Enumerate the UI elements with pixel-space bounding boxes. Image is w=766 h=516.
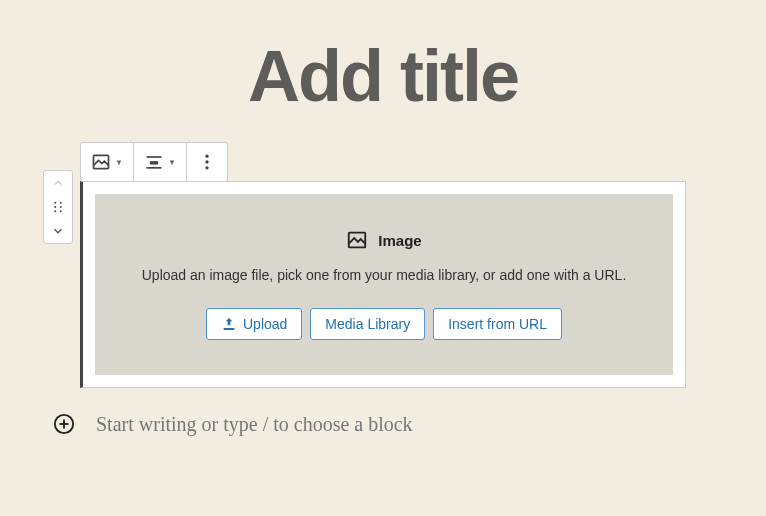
insert-url-button-label: Insert from URL	[448, 316, 547, 332]
svg-point-1	[60, 202, 62, 204]
block-toolbar: ▼ ▼	[80, 142, 228, 182]
post-title-input[interactable]: Add title	[80, 35, 686, 117]
svg-point-11	[205, 160, 208, 163]
placeholder-description: Upload an image file, pick one from your…	[125, 267, 643, 283]
svg-point-5	[60, 210, 62, 212]
align-button[interactable]: ▼	[134, 143, 187, 181]
svg-point-2	[54, 206, 56, 208]
svg-point-4	[54, 210, 56, 212]
image-block-wrapper: ▼ ▼ Image Upload an image file, pick one…	[80, 142, 686, 388]
move-up-button[interactable]	[44, 171, 72, 195]
drag-handle[interactable]	[44, 195, 72, 219]
chevron-down-icon	[51, 224, 65, 238]
move-down-button[interactable]	[44, 219, 72, 243]
media-library-button[interactable]: Media Library	[310, 308, 425, 340]
image-icon	[346, 229, 368, 251]
block-appender: Start writing or type / to choose a bloc…	[50, 410, 686, 438]
media-library-button-label: Media Library	[325, 316, 410, 332]
more-options-button[interactable]	[187, 143, 227, 181]
upload-button[interactable]: Upload	[206, 308, 302, 340]
svg-rect-8	[150, 161, 158, 164]
svg-point-12	[205, 166, 208, 169]
image-icon	[91, 152, 111, 172]
insert-url-button[interactable]: Insert from URL	[433, 308, 562, 340]
align-center-icon	[144, 152, 164, 172]
image-block[interactable]: Image Upload an image file, pick one fro…	[80, 181, 686, 388]
svg-rect-9	[146, 167, 161, 169]
block-movers	[43, 170, 73, 244]
upload-button-label: Upload	[243, 316, 287, 332]
upload-icon	[221, 316, 237, 332]
appender-prompt[interactable]: Start writing or type / to choose a bloc…	[96, 413, 413, 436]
title-area: Add title	[80, 20, 686, 142]
image-placeholder: Image Upload an image file, pick one fro…	[95, 194, 673, 375]
svg-rect-7	[146, 156, 161, 158]
block-type-button[interactable]: ▼	[81, 143, 134, 181]
add-block-button[interactable]	[50, 410, 78, 438]
more-vertical-icon	[197, 152, 217, 172]
placeholder-title: Image	[378, 232, 421, 249]
svg-point-10	[205, 155, 208, 158]
chevron-up-icon	[51, 176, 65, 190]
caret-down-icon: ▼	[115, 158, 123, 167]
caret-down-icon: ▼	[168, 158, 176, 167]
drag-icon	[51, 200, 65, 214]
svg-point-3	[60, 206, 62, 208]
plus-circle-icon	[53, 413, 75, 435]
svg-point-0	[54, 202, 56, 204]
